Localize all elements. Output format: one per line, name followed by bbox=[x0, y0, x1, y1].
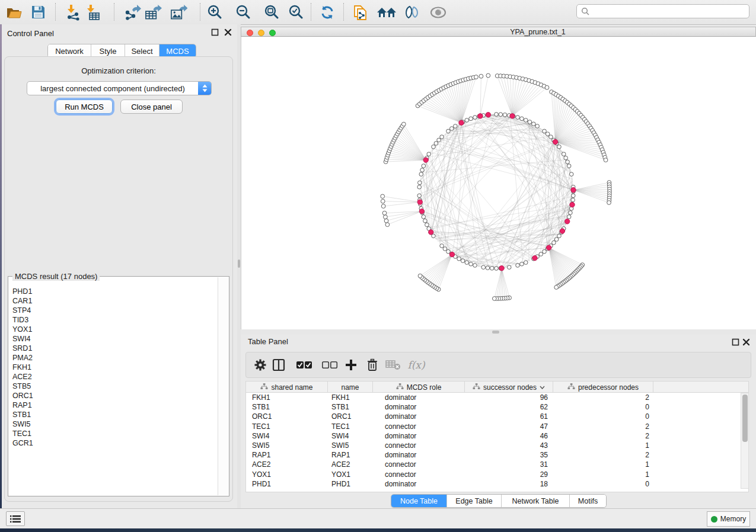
table-row[interactable]: RAP1RAP1dominator352 bbox=[246, 450, 741, 460]
table-row[interactable]: FKH1FKH1dominator962 bbox=[246, 393, 741, 402]
task-history-button[interactable] bbox=[6, 511, 25, 526]
mcds-node-item[interactable]: CAR1 bbox=[12, 296, 214, 306]
cell-shared_name: SWI4 bbox=[252, 431, 323, 441]
close-window-icon[interactable] bbox=[247, 30, 253, 36]
column-header-shared-name[interactable]: shared name bbox=[246, 382, 328, 393]
float-table-panel-icon[interactable] bbox=[732, 338, 739, 345]
cell-mcds_role: dominator bbox=[385, 393, 462, 402]
tab-network-table[interactable]: Network Table bbox=[502, 495, 570, 507]
network-graph[interactable] bbox=[241, 37, 756, 329]
desktop-background-left bbox=[0, 24, 2, 528]
mcds-node-item[interactable]: TID3 bbox=[12, 315, 214, 325]
toggle-visual-style-icon[interactable] bbox=[403, 4, 421, 21]
splitter-handle[interactable] bbox=[492, 331, 499, 334]
mcds-node-item[interactable]: RAP1 bbox=[12, 400, 214, 410]
cell-predecessor_nodes: 2 bbox=[553, 393, 656, 402]
mcds-node-item[interactable]: YOX1 bbox=[12, 325, 214, 334]
add-column-icon[interactable] bbox=[342, 356, 360, 374]
splitter-handle[interactable] bbox=[238, 259, 240, 268]
select-all-icon[interactable] bbox=[295, 356, 313, 374]
column-header-MCDS-role[interactable]: MCDS role bbox=[373, 382, 465, 393]
export-network-icon[interactable] bbox=[123, 4, 141, 21]
show-hide-graphics-icon[interactable] bbox=[429, 4, 447, 21]
search-field[interactable] bbox=[576, 4, 749, 18]
mcds-node-item[interactable]: SWI5 bbox=[12, 419, 214, 429]
close-panel-button[interactable]: Close panel bbox=[120, 100, 183, 114]
tab-edge-table[interactable]: Edge Table bbox=[447, 495, 502, 507]
mcds-node-item[interactable]: ORC1 bbox=[12, 391, 214, 400]
table-row[interactable]: TEC1TEC1connector472 bbox=[246, 422, 741, 431]
tab-node-table[interactable]: Node Table bbox=[391, 495, 447, 507]
cell-shared_name: PHD1 bbox=[252, 479, 323, 489]
cell-predecessor_nodes: 1 bbox=[553, 470, 656, 479]
maximize-window-icon[interactable] bbox=[269, 30, 276, 36]
mcds-node-item[interactable]: SRD1 bbox=[12, 344, 214, 353]
zoom-in-icon[interactable] bbox=[206, 4, 224, 21]
deselect-all-icon[interactable] bbox=[321, 356, 339, 374]
mcds-result-scrollbar[interactable] bbox=[218, 277, 229, 495]
table-row[interactable]: YOX1YOX1connector291 bbox=[246, 470, 741, 479]
mcds-node-item[interactable]: PMA2 bbox=[12, 353, 214, 363]
function-builder-icon[interactable]: f(x) bbox=[406, 356, 427, 374]
column-header-name[interactable]: name bbox=[328, 382, 373, 393]
close-table-panel-icon[interactable] bbox=[742, 338, 750, 345]
network-canvas[interactable] bbox=[241, 37, 756, 329]
column-header-predecessor-nodes[interactable]: predecessor nodes bbox=[553, 382, 653, 393]
clone-network-icon[interactable] bbox=[352, 4, 369, 21]
cell-successor_nodes: 18 bbox=[465, 479, 555, 489]
show-all-nodes-icon[interactable] bbox=[376, 4, 397, 21]
table-row[interactable]: ORC1ORC1dominator610 bbox=[246, 412, 741, 421]
mcds-node-item[interactable]: SWI4 bbox=[12, 334, 214, 344]
mcds-node-item[interactable]: STB1 bbox=[12, 410, 214, 419]
cell-predecessor_nodes: 2 bbox=[553, 431, 656, 441]
export-table-icon[interactable] bbox=[144, 4, 162, 21]
zoom-fit-icon[interactable] bbox=[263, 4, 280, 21]
cell-successor_nodes: 62 bbox=[465, 402, 555, 412]
network-window-titlebar[interactable]: YPA_prune.txt_1 bbox=[241, 27, 756, 37]
table-row[interactable]: STB1STB1dominator620 bbox=[246, 402, 741, 412]
table-row[interactable]: PHD1PHD1dominator180 bbox=[246, 479, 741, 489]
list-icon bbox=[10, 515, 21, 523]
minimize-window-icon[interactable] bbox=[258, 30, 264, 36]
table-row[interactable]: SWI5SWI5connector431 bbox=[246, 441, 741, 450]
mcds-node-item[interactable]: STP4 bbox=[12, 306, 214, 315]
memory-button[interactable]: Memory bbox=[707, 511, 750, 527]
mcds-node-item[interactable]: ACE2 bbox=[12, 372, 214, 382]
import-table-icon[interactable] bbox=[84, 4, 101, 21]
cell-predecessor_nodes: 2 bbox=[553, 450, 656, 460]
mcds-node-item[interactable]: FKH1 bbox=[12, 363, 214, 372]
float-panel-icon[interactable] bbox=[211, 28, 219, 36]
cell-name: FKH1 bbox=[331, 393, 371, 402]
open-file-icon[interactable] bbox=[5, 4, 23, 21]
zoom-selected-icon[interactable] bbox=[287, 4, 305, 21]
tab-motifs[interactable]: Motifs bbox=[570, 495, 606, 507]
import-network-icon[interactable] bbox=[64, 4, 82, 21]
table-row[interactable]: ACE2ACE2connector311 bbox=[246, 460, 741, 469]
optimization-criterion-select[interactable]: largest connected component (undirected) bbox=[27, 81, 212, 95]
delete-table-icon[interactable] bbox=[384, 356, 402, 374]
split-panel-icon[interactable] bbox=[270, 356, 288, 374]
cell-name: STB1 bbox=[331, 402, 371, 412]
save-session-icon[interactable] bbox=[29, 4, 47, 21]
refresh-icon[interactable] bbox=[318, 4, 336, 21]
tab-style[interactable]: Style bbox=[91, 44, 125, 57]
run-mcds-button[interactable]: Run MCDS bbox=[56, 100, 113, 114]
table-options-icon[interactable] bbox=[251, 356, 269, 374]
column-header-successor-nodes[interactable]: successor nodes bbox=[465, 382, 553, 393]
close-panel-icon[interactable] bbox=[224, 28, 232, 36]
cell-name: PHD1 bbox=[331, 479, 371, 489]
mcds-node-item[interactable]: GCR1 bbox=[12, 438, 214, 448]
zoom-out-icon[interactable] bbox=[234, 4, 252, 21]
delete-column-icon[interactable] bbox=[363, 356, 381, 374]
tab-network[interactable]: Network bbox=[48, 44, 91, 57]
tab-select[interactable]: Select bbox=[125, 44, 160, 57]
tab-mcds[interactable]: MCDS bbox=[160, 44, 196, 57]
search-input[interactable] bbox=[589, 7, 749, 16]
mcds-node-item[interactable]: PHD1 bbox=[12, 287, 214, 296]
mcds-node-item[interactable]: TEC1 bbox=[12, 429, 214, 438]
table-row[interactable]: SWI4SWI4dominator462 bbox=[246, 431, 741, 441]
export-image-icon[interactable] bbox=[170, 4, 187, 21]
mcds-node-item[interactable]: STB5 bbox=[12, 382, 214, 391]
column-type-icon bbox=[260, 383, 268, 392]
table-scrollbar-thumb[interactable] bbox=[742, 395, 748, 442]
